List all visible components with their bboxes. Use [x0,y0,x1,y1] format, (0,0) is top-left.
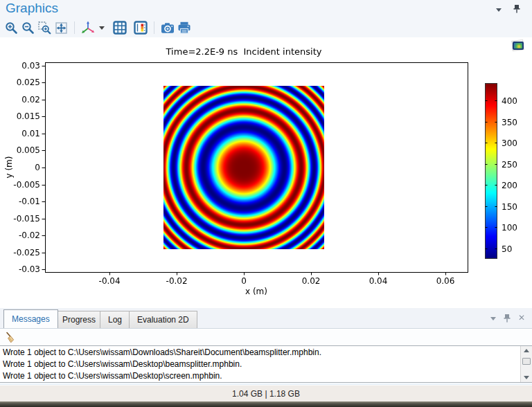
messages-log-area: Wrote 1 object to C:\Users\wissam\Downlo… [0,345,532,383]
log-line: Wrote 1 object to C:\Users\wissam\Downlo… [3,347,520,359]
show-color-legend-button[interactable] [132,19,149,36]
window-title: Graphics [6,1,58,16]
graphics-plot-canvas[interactable] [0,37,532,307]
plot-window-icon-front [513,42,524,50]
graphics-toolbar [0,18,532,37]
zoom-in-button[interactable] [3,19,19,36]
log-line: Wrote 1 object to C:\Users\wissam\Deskto… [3,359,520,370]
scene-orientation-caret-icon[interactable] [99,26,105,30]
image-snapshot-button[interactable] [159,19,176,36]
scrollbar-thumb[interactable] [522,358,531,365]
tab-evaluation-2d[interactable]: Evaluation 2D [129,311,197,328]
zoom-box-button[interactable] [36,19,53,36]
zoom-out-icon [21,21,35,35]
tab-label: Log [108,315,122,325]
pin-icon[interactable] [513,4,521,14]
graphics-plot-area [0,37,532,307]
messages-scrollbar[interactable] [520,346,532,382]
axes-orientation-icon [80,21,96,35]
scroll-down-button[interactable] [521,373,532,382]
panel-close-icon[interactable]: ✕ [518,313,525,323]
color-legend-icon [134,21,148,35]
window-menu-caret-icon[interactable] [496,8,502,12]
zoom-box-icon [38,21,51,35]
tab-label: Progress [62,315,96,325]
messages-toolbar [0,329,532,345]
messages-tabbar: Messages Progress Log Evaluation 2D ✕ [0,308,532,329]
broom-icon [5,332,16,343]
panel-menu-caret-icon[interactable] [490,317,496,320]
zoom-extents-button[interactable] [53,19,69,36]
status-bar: 1.04 GB | 1.18 GB [0,385,532,401]
tab-label: Evaluation 2D [137,315,189,325]
tab-progress[interactable]: Progress [54,311,104,328]
panel-pin-icon[interactable] [503,314,511,323]
taskbar-edge [0,401,532,407]
zoom-out-button[interactable] [19,19,36,36]
plot-window-icon[interactable] [510,39,526,54]
printer-icon [177,21,191,34]
scroll-up-button[interactable] [521,346,532,355]
scene-orientation-button[interactable] [80,19,96,36]
show-grid-button[interactable] [112,19,128,36]
log-lines: Wrote 1 object to C:\Users\wissam\Downlo… [3,347,520,382]
memory-usage: 1.04 GB | 1.18 GB [232,389,300,399]
tab-messages[interactable]: Messages [3,309,58,328]
zoom-in-icon [5,21,18,35]
clear-messages-button[interactable] [3,330,18,345]
camera-icon [161,22,175,34]
graphics-window: Graphics [0,0,532,407]
log-line: Wrote 1 object to C:\Users\wissam\Deskto… [3,370,520,382]
tab-label: Messages [12,314,50,324]
zoom-extents-icon [55,21,68,35]
toolbar-separator [74,21,75,34]
print-button[interactable] [176,19,193,36]
window-header: Graphics [0,0,532,18]
tab-log[interactable]: Log [100,311,130,328]
grid-icon [113,21,127,35]
toolbar-separator [154,21,154,34]
